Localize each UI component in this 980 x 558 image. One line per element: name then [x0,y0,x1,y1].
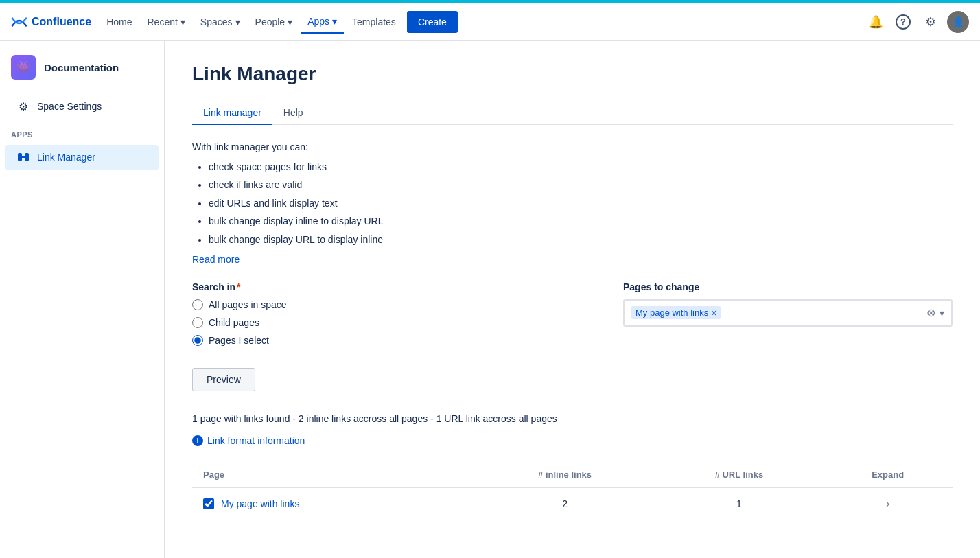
link-manager-icon [16,150,30,164]
description-bullets: check space pages for links check if lin… [192,159,953,247]
page-cell: My page with links [192,487,475,520]
settings-button[interactable]: ⚙ [920,11,942,33]
col-page: Page [192,463,475,487]
url-links-cell: 1 [655,487,823,520]
top-navigation: Confluence Home Recent ▾ Spaces ▾ People… [0,3,980,41]
user-icon: 👤 [953,16,964,27]
select-controls: ⊗ ▾ [926,306,944,319]
read-more-link[interactable]: Read more [192,254,240,265]
tab-help[interactable]: Help [272,102,314,125]
description-intro: With link manager you can: [192,141,953,152]
pages-to-change-column: Pages to change My page with links × ⊗ ▾ [623,281,953,346]
radio-child-pages-input[interactable] [192,317,203,328]
table-row: My page with links 2 1 › [192,487,953,520]
link-format-info-link[interactable]: i Link format information [192,435,953,446]
space-avatar-icon: 👾 [16,60,31,75]
search-in-label: Search in* [192,281,596,292]
radio-all-pages-input[interactable] [192,299,203,310]
description-section: With link manager you can: check space p… [192,141,953,265]
nav-spaces[interactable]: Spaces ▾ [194,11,247,33]
inline-links-cell: 2 [475,487,655,520]
tab-link-manager[interactable]: Link manager [192,102,272,125]
table-body: My page with links 2 1 › [192,487,953,520]
page-link[interactable]: My page with links [221,498,299,509]
table-header: Page # inline links # URL links Expand [192,463,953,487]
apps-section-label: APPS [0,119,164,144]
nav-items: Home Recent ▾ Spaces ▾ People ▾ Apps ▾ T… [100,10,862,34]
sidebar-item-link-manager[interactable]: Link Manager [5,145,159,170]
required-indicator: * [237,281,240,292]
radio-pages-i-select[interactable]: Pages I select [192,335,596,346]
bullet-1: check space pages for links [209,159,953,174]
chevron-down-icon: ▾ [288,16,292,27]
gear-icon: ⚙ [16,100,30,113]
space-logo-area: 👾 Documentation [0,55,164,93]
bullet-5: bulk change display URL to display inlin… [209,232,953,247]
row-checkbox[interactable] [203,498,214,509]
sidebar-item-space-settings[interactable]: ⚙ Space Settings [5,94,159,119]
help-icon: ? [896,14,911,30]
sidebar: 👾 Documentation ⚙ Space Settings APPS Li… [0,41,165,558]
chevron-down-icon: ▾ [332,16,337,27]
main-content: Link Manager Link manager Help With link… [165,41,980,558]
expand-chevron-icon[interactable]: › [886,498,889,509]
confluence-logo-icon [11,14,27,30]
space-icon: 👾 [11,55,36,80]
radio-pages-i-select-input[interactable] [192,335,203,346]
nav-people[interactable]: People ▾ [248,11,300,33]
tag-remove-button[interactable]: × [711,308,716,318]
bullet-4: bulk change display inline to display UR… [209,213,953,229]
search-in-column: Search in* All pages in space Child page… [192,281,596,346]
confluence-logo[interactable]: Confluence [11,14,91,30]
search-in-radio-group: All pages in space Child pages Pages I s… [192,299,596,346]
page-title: Link Manager [192,63,953,85]
bullet-2: check if links are valid [209,177,953,192]
preview-button[interactable]: Preview [192,368,255,391]
col-inline-links: # inline links [475,463,655,487]
selected-page-tag: My page with links × [631,306,721,319]
create-button[interactable]: Create [407,11,458,33]
nav-apps[interactable]: Apps ▾ [301,10,344,34]
topnav-right-area: 🔔 ? ⚙ 👤 [865,11,969,33]
select-dropdown-icon[interactable]: ▾ [940,307,944,318]
results-summary: 1 page with links found - 2 inline links… [192,413,953,424]
nav-recent[interactable]: Recent ▾ [140,11,191,33]
col-expand: Expand [823,463,953,487]
pages-to-change-label: Pages to change [623,281,953,292]
select-clear-icon[interactable]: ⊗ [926,306,935,319]
radio-all-pages[interactable]: All pages in space [192,299,596,310]
nav-home[interactable]: Home [100,11,139,33]
chevron-down-icon: ▾ [180,16,185,27]
results-table: Page # inline links # URL links Expand M… [192,463,953,520]
col-url-links: # URL links [655,463,823,487]
tabs: Link manager Help [192,102,953,125]
pages-to-change-select[interactable]: My page with links × ⊗ ▾ [623,299,953,327]
bell-icon: 🔔 [868,14,883,30]
main-layout: 👾 Documentation ⚙ Space Settings APPS Li… [0,41,980,558]
chevron-down-icon: ▾ [235,16,240,27]
space-name: Documentation [44,62,119,73]
search-section: Search in* All pages in space Child page… [192,281,953,346]
user-avatar[interactable]: 👤 [947,11,969,33]
notifications-button[interactable]: 🔔 [865,11,887,33]
expand-cell: › [823,487,953,520]
help-button[interactable]: ? [892,11,914,33]
svg-rect-2 [21,156,26,158]
info-icon: i [192,435,203,446]
radio-child-pages[interactable]: Child pages [192,317,596,328]
nav-templates[interactable]: Templates [345,11,403,33]
bullet-3: edit URLs and link display text [209,196,953,211]
gear-icon: ⚙ [925,14,936,30]
